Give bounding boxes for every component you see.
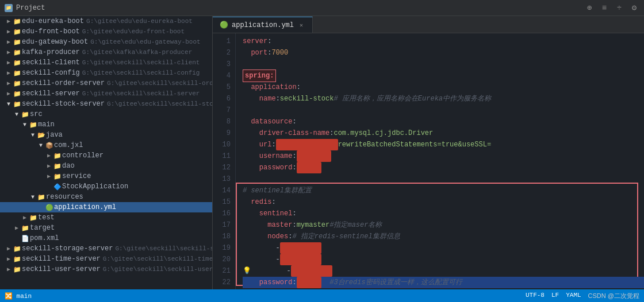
- sidebar-item-seckill-client[interactable]: ▶ 📁 seckill-client G:\gitee\seckill\seck…: [0, 57, 212, 68]
- project-title: Project: [16, 4, 45, 12]
- sidebar-item-service[interactable]: ▶ 📁 service: [0, 171, 212, 181]
- arrow-icon: ▶: [5, 59, 13, 66]
- arrow-icon: ▶: [45, 152, 53, 159]
- sidebar-item-java[interactable]: ▼ 📂 java: [0, 130, 212, 140]
- code-line-12: password:: [243, 162, 644, 173]
- folder-icon: 📁: [53, 162, 62, 170]
- sidebar-item-edu-gateway-boot[interactable]: ▶ 📁 edu-gateway-boot G:\gitee\edu\edu-ga…: [0, 37, 212, 47]
- sidebar-item-seckill-config[interactable]: ▶ 📁 seckill-config G:\gitee\seckill\seck…: [0, 68, 212, 78]
- add-icon[interactable]: ⊕: [584, 3, 595, 13]
- title-bar: 📁 Project ⊕ ≡ ÷ ⚙: [0, 0, 644, 16]
- line-ending-label: LF: [551, 292, 559, 300]
- arrow-icon: ▶: [5, 90, 13, 97]
- sidebar-item-seckill-order-server[interactable]: ▶ 📁 seckill-order-server G:\gitee\seckil…: [0, 78, 212, 88]
- arrow-icon: ▶: [5, 28, 13, 35]
- arrow-icon: ▶: [5, 255, 13, 262]
- sidebar-item-stock-application[interactable]: ▶ 🔷 StockApplication: [0, 181, 212, 192]
- arrow-expanded-icon: ▼: [21, 122, 29, 128]
- sidebar-item-seckill-stock-server[interactable]: ▼ 📁 seckill-stock-server G:\gitee\seckil…: [0, 99, 212, 109]
- encoding-label: UTF-8: [526, 292, 545, 300]
- sidebar-item-seckill-user-server[interactable]: ▶ 📁 seckill-user-server G:\gitee\seckill…: [0, 264, 212, 274]
- sidebar-item-main[interactable]: ▼ 📁 main: [0, 119, 212, 130]
- status-bar: 🔀 main UTF-8 LF YAML CSDN @二次觉程: [0, 289, 644, 302]
- xml-icon: 📄: [21, 234, 30, 242]
- project-icon: 📁: [5, 4, 13, 12]
- code-line-19: -: [243, 242, 644, 254]
- arrow-expanded-icon: ▼: [29, 194, 37, 200]
- code-line-18: nodes: # 指定redis-sentinel集群信息: [243, 231, 644, 242]
- arrow-icon: ▶: [5, 69, 13, 76]
- code-line-1: server:: [243, 36, 644, 47]
- code-area: server: port: 7000 spring: application:: [236, 33, 644, 289]
- code-line-9: driver-class-name: com.mysql.cj.jdbc.Dri…: [243, 127, 644, 139]
- tab-label: application.yml: [232, 21, 294, 29]
- folder-icon: 📁: [29, 214, 38, 222]
- code-line-8: datasource:: [243, 116, 644, 127]
- tab-yaml-icon: 🟢: [220, 21, 228, 29]
- arrow-icon: ▶: [13, 224, 21, 231]
- code-line-2: port: 7000: [243, 47, 644, 59]
- tab-bar: 🟢 application.yml ✕: [213, 16, 644, 33]
- tab-application-yml[interactable]: 🟢 application.yml ✕: [213, 17, 313, 33]
- tab-close-icon[interactable]: ✕: [297, 21, 305, 29]
- code-line-17: master: mymaster #指定maser名称: [243, 219, 644, 231]
- arrow-icon: ▶: [5, 245, 13, 252]
- split-icon[interactable]: ÷: [614, 3, 624, 13]
- list-icon[interactable]: ≡: [599, 3, 610, 13]
- folder-icon: 📁: [13, 28, 22, 36]
- code-line-13: [243, 173, 644, 185]
- language-label: YAML: [566, 292, 581, 300]
- folder-icon: 📁: [13, 17, 22, 25]
- folder-icon: 📁: [13, 48, 22, 56]
- folder-icon: 📁: [53, 172, 62, 180]
- sidebar-item-target[interactable]: ▶ 📁 target: [0, 223, 212, 233]
- folder-icon: 📁: [13, 245, 22, 253]
- sidebar: ▶ 📁 edu-eureka-boot G:\gitee\edu\edu-eur…: [0, 16, 213, 289]
- folder-icon: 📁: [13, 79, 22, 87]
- folder-icon: 📁: [13, 38, 22, 46]
- sidebar-item-com-jxl[interactable]: ▼ 📦 com.jxl: [0, 140, 212, 150]
- sidebar-item-application-yml[interactable]: ▶ 🟢 application.yml: [0, 202, 212, 212]
- code-line-20: -: [243, 254, 644, 265]
- sidebar-item-seckill-time-server[interactable]: ▶ 📁 seckill-time-server G:\gitee\seckill…: [0, 254, 212, 264]
- folder-icon: 📁: [13, 59, 22, 67]
- folder-icon: 📁: [37, 193, 46, 201]
- settings-icon[interactable]: ⚙: [629, 3, 639, 13]
- sidebar-item-dao[interactable]: ▶ 📁 dao: [0, 161, 212, 171]
- arrow-icon: ▶: [5, 18, 13, 25]
- code-line-7: [243, 104, 644, 116]
- class-icon: 🔷: [53, 183, 62, 191]
- arrow-expanded-icon: ▼: [37, 142, 45, 149]
- sidebar-item-pom-xml[interactable]: ▶ 📄 pom.xml: [0, 233, 212, 243]
- sidebar-item-edu-front-boot[interactable]: ▶ 📁 edu-front-boot G:\gitee\edu\edu-fron…: [0, 26, 212, 37]
- code-line-16: sentinel:: [243, 208, 644, 219]
- sidebar-item-kafka-producer[interactable]: ▶ 📁 kafka-producer G:\gitee\kafka\kafka-…: [0, 47, 212, 57]
- sidebar-item-seckill-storage-server[interactable]: ▶ 📁 seckill-storage-server G:\gitee\seck…: [0, 243, 212, 254]
- sidebar-item-src[interactable]: ▼ 📁 src: [0, 109, 212, 119]
- sidebar-item-controller[interactable]: ▶ 📁 controller: [0, 150, 212, 161]
- arrow-icon: ▶: [5, 80, 13, 87]
- arrow-expanded-icon: ▼: [13, 111, 21, 118]
- arrow-expanded-icon: ▼: [29, 132, 37, 138]
- code-line-4: spring:: [243, 70, 644, 82]
- arrow-icon: ▶: [21, 214, 29, 221]
- sidebar-item-test[interactable]: ▶ 📁 test: [0, 212, 212, 223]
- sidebar-item-resources[interactable]: ▼ 📁 resources: [0, 192, 212, 202]
- code-line-22: password: #3台redis密码设置成一样，这么配置可行: [243, 277, 644, 288]
- folder-icon: 📁: [13, 100, 22, 108]
- code-line-10: url: rewriteBatchedStatements=true&useSS…: [243, 139, 644, 150]
- title-bar-actions: ⊕ ≡ ÷ ⚙: [584, 3, 639, 13]
- arrow-icon: ▶: [5, 38, 13, 45]
- folder-icon: 📁: [53, 152, 62, 160]
- sidebar-item-seckill-server[interactable]: ▶ 📁 seckill-server G:\gitee\seckill\seck…: [0, 88, 212, 99]
- arrow-icon: ▶: [45, 162, 53, 169]
- sidebar-item-edu-eureka-boot[interactable]: ▶ 📁 edu-eureka-boot G:\gitee\edu\edu-eur…: [0, 16, 212, 26]
- folder-icon: 📁: [13, 255, 22, 263]
- editor-area: 🟢 application.yml ✕ 12345 678910 1112131…: [213, 16, 644, 289]
- code-line-11: username:: [243, 150, 644, 162]
- java-folder-icon: 📂: [37, 131, 46, 139]
- arrow-expanded-icon: ▼: [5, 101, 13, 107]
- main-content: ▶ 📁 edu-eureka-boot G:\gitee\edu\edu-eur…: [0, 16, 644, 289]
- code-line-3: [243, 59, 644, 70]
- package-icon: 📦: [45, 141, 54, 149]
